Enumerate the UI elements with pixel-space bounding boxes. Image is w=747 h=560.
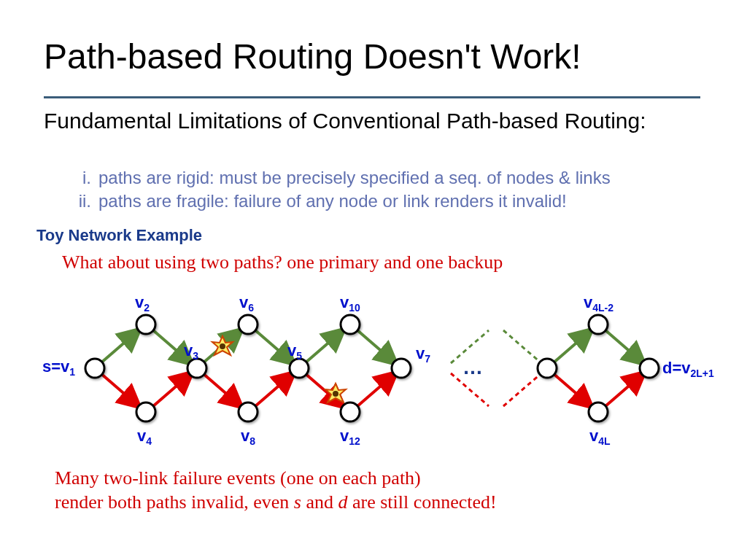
bullet-marker: ii.	[69, 191, 91, 211]
bullet-text: paths are rigid: must be precisely speci…	[98, 168, 611, 187]
network-diagram: s=v1 v2 v3 v4 v5 v6 v7 v8 v10 v12 v4L-2 …	[29, 284, 722, 452]
edge-backup	[203, 373, 241, 406]
node-v8	[239, 402, 258, 421]
label-v4L-2: v4L-2	[584, 293, 614, 314]
label-v12: v12	[340, 427, 360, 447]
label-s: s=v1	[42, 357, 75, 378]
subtitle: Fundamental Limitations of Conventional …	[44, 108, 700, 134]
section-label: Toy Network Example	[36, 226, 202, 245]
edge-primary	[305, 330, 343, 363]
edge-backup	[605, 373, 643, 406]
node-generic	[538, 359, 557, 378]
node-v2	[136, 315, 155, 334]
node-v10	[341, 315, 360, 334]
node-v7	[392, 359, 411, 378]
edge-dashed	[503, 330, 541, 363]
label-v4L: v4L	[589, 427, 611, 447]
label-d: d=v2L+1	[662, 359, 714, 379]
node-v4L	[589, 402, 608, 421]
edge-dashed	[503, 373, 541, 406]
bullet-marker: i.	[69, 168, 91, 188]
label-v10: v10	[340, 293, 360, 314]
edge-primary	[357, 330, 395, 363]
bullet-item: i.paths are rigid: must be precisely spe…	[69, 168, 611, 188]
edge-primary	[605, 330, 643, 363]
edge-primary	[553, 330, 591, 363]
ellipsis-icon: …	[462, 356, 483, 379]
slide-title: Path-based Routing Doesn't Work!	[44, 36, 581, 77]
label-v7: v7	[416, 344, 430, 365]
svg-point-1	[220, 343, 225, 349]
node-d	[640, 359, 659, 378]
edge-backup	[553, 373, 591, 406]
edge-backup	[153, 373, 191, 406]
bullet-item: ii.paths are fragile: failure of any nod…	[69, 191, 611, 211]
node-s	[85, 359, 104, 378]
node-v12	[341, 402, 360, 421]
label-v5: v5	[287, 341, 302, 362]
svg-point-3	[333, 391, 338, 397]
label-v8: v8	[241, 427, 255, 447]
label-v6: v6	[239, 293, 254, 314]
conclusion-text: Many two-link failure events (one on eac…	[55, 467, 497, 514]
bullet-text: paths are fragile: failure of any node o…	[98, 191, 567, 211]
bullet-list: i.paths are rigid: must be precisely spe…	[69, 168, 611, 214]
title-rule	[44, 96, 700, 98]
conclusion-line-2: render both paths invalid, even s and d …	[55, 491, 497, 515]
node-v6	[239, 315, 258, 334]
conclusion-line-1: Many two-link failure events (one on eac…	[55, 467, 497, 491]
edge-primary	[101, 330, 139, 363]
edge-backup	[357, 373, 395, 406]
node-v4	[136, 402, 155, 421]
label-v4: v4	[137, 427, 152, 447]
node-v4L-2	[589, 315, 608, 334]
diagram-svg	[29, 284, 722, 452]
edge-backup	[101, 373, 139, 406]
edge-backup	[255, 373, 293, 406]
question-text: What about using two paths? one primary …	[62, 252, 503, 273]
label-v2: v2	[135, 293, 150, 314]
label-v3: v3	[184, 341, 198, 362]
